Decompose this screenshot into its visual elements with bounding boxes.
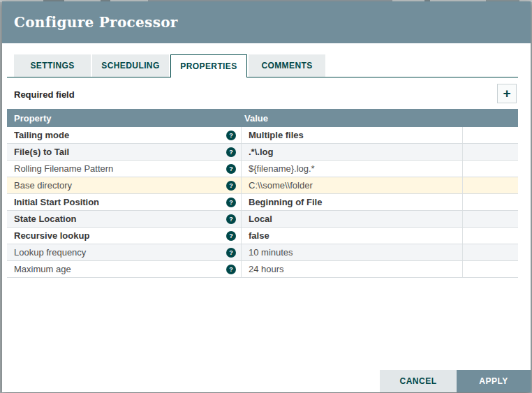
property-name: File(s) to Tail bbox=[14, 147, 226, 157]
table-header: Property Value bbox=[7, 109, 518, 127]
help-icon[interactable]: ? bbox=[226, 265, 236, 274]
property-name: Recursive lookup bbox=[14, 230, 226, 241]
row-extra-cell bbox=[462, 161, 518, 177]
table-row[interactable]: Rolling Filename Pattern? ${filename}.lo… bbox=[7, 161, 518, 177]
property-value[interactable]: 24 hours bbox=[241, 261, 462, 277]
tab-scheduling[interactable]: SCHEDULING bbox=[92, 54, 169, 77]
table-row[interactable]: Maximum age? 24 hours bbox=[7, 261, 518, 278]
help-icon[interactable]: ? bbox=[226, 147, 236, 157]
property-value[interactable]: Beginning of File bbox=[241, 194, 462, 210]
dialog-footer: CANCEL APPLY bbox=[380, 370, 531, 392]
row-extra-cell bbox=[462, 244, 518, 260]
table-toolbar: Required field + bbox=[14, 84, 519, 105]
property-name: State Location bbox=[14, 214, 226, 224]
help-icon[interactable]: ? bbox=[226, 198, 236, 207]
row-extra-cell bbox=[462, 261, 518, 277]
table-row-highlighted[interactable]: Base directory? C:\\some\\folder bbox=[7, 177, 518, 194]
cancel-button[interactable]: CANCEL bbox=[380, 370, 457, 392]
row-extra-cell bbox=[462, 144, 518, 160]
dialog-title: Configure Processor bbox=[14, 14, 178, 31]
help-icon[interactable]: ? bbox=[226, 214, 236, 224]
row-extra-cell bbox=[462, 194, 518, 210]
table-row[interactable]: Tailing mode? Multiple files bbox=[7, 127, 518, 144]
help-icon[interactable]: ? bbox=[226, 131, 236, 140]
plus-icon: + bbox=[503, 87, 510, 100]
column-header-value: Value bbox=[244, 113, 268, 124]
column-header-property: Property bbox=[7, 113, 51, 124]
dialog-header: Configure Processor bbox=[2, 1, 531, 43]
configure-processor-dialog: Configure Processor SETTINGS SCHEDULING … bbox=[2, 1, 531, 392]
table-row[interactable]: Initial Start Position? Beginning of Fil… bbox=[7, 194, 518, 211]
table-row[interactable]: Lookup frequency? 10 minutes bbox=[7, 244, 518, 261]
property-name: Tailing mode bbox=[14, 130, 226, 140]
property-name: Maximum age bbox=[14, 264, 226, 274]
help-icon[interactable]: ? bbox=[226, 248, 236, 258]
add-property-button[interactable]: + bbox=[497, 84, 517, 103]
property-value[interactable]: .*\.log bbox=[241, 144, 462, 160]
property-name: Initial Start Position bbox=[14, 197, 226, 207]
properties-table: Property Value Tailing mode? Multiple fi… bbox=[7, 109, 518, 278]
table-row[interactable]: File(s) to Tail? .*\.log bbox=[7, 144, 518, 161]
row-extra-cell bbox=[462, 228, 518, 244]
help-icon[interactable]: ? bbox=[226, 231, 236, 241]
tab-comments[interactable]: COMMENTS bbox=[249, 54, 325, 77]
property-value[interactable]: Local bbox=[241, 211, 462, 227]
tab-properties[interactable]: PROPERTIES bbox=[170, 54, 247, 77]
property-name: Base directory bbox=[14, 180, 226, 191]
row-extra-cell bbox=[462, 127, 518, 143]
apply-button[interactable]: APPLY bbox=[457, 370, 531, 392]
tab-settings[interactable]: SETTINGS bbox=[14, 54, 91, 77]
property-value[interactable]: false bbox=[241, 228, 462, 244]
row-extra-cell bbox=[462, 177, 518, 193]
property-value[interactable]: 10 minutes bbox=[241, 244, 462, 260]
property-value[interactable]: Multiple files bbox=[241, 127, 462, 143]
help-icon[interactable]: ? bbox=[226, 164, 236, 174]
property-value[interactable]: ${filename}.log.* bbox=[241, 161, 462, 177]
required-field-label: Required field bbox=[14, 89, 75, 100]
table-row[interactable]: State Location? Local bbox=[7, 211, 518, 228]
property-value[interactable]: C:\\some\\folder bbox=[241, 177, 462, 193]
table-row[interactable]: Recursive lookup? false bbox=[7, 228, 518, 244]
screen: Configure Processor SETTINGS SCHEDULING … bbox=[0, 0, 532, 393]
tab-bar: SETTINGS SCHEDULING PROPERTIES COMMENTS bbox=[7, 54, 518, 77]
row-extra-cell bbox=[462, 211, 518, 227]
property-name: Lookup frequency bbox=[14, 247, 226, 258]
help-icon[interactable]: ? bbox=[226, 181, 236, 191]
property-name: Rolling Filename Pattern bbox=[14, 163, 226, 174]
